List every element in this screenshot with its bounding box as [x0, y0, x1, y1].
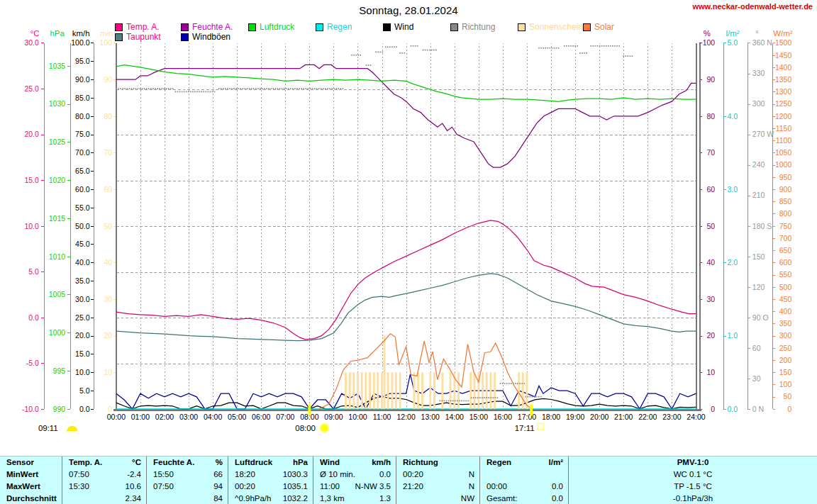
svg-text:15.0: 15.0: [24, 176, 39, 184]
temp-a-swatch-icon: [115, 23, 123, 31]
table-column-richtung: Richtung00:20N21:20NNW: [396, 457, 479, 504]
svg-text:900: 900: [779, 185, 792, 194]
svg-text:15:00: 15:00: [469, 413, 488, 421]
svg-text:1005: 1005: [49, 290, 66, 298]
regen-swatch-icon: [316, 23, 323, 31]
table-row-label: Durchschnitt: [0, 493, 57, 504]
table-header-unit: [474, 457, 479, 469]
half-sun-icon: [67, 426, 77, 432]
svg-text:180 S: 180 S: [752, 222, 772, 230]
svg-text:1000: 1000: [775, 160, 792, 169]
svg-text:75.0: 75.0: [75, 130, 90, 138]
table-value-time: 00:20: [396, 469, 423, 481]
table-value: [563, 469, 568, 481]
table-value-time: 00:00: [480, 481, 507, 493]
svg-text:20: 20: [104, 331, 112, 340]
svg-text:20.0: 20.0: [75, 331, 90, 340]
svg-text:10: 10: [104, 368, 112, 376]
legend-label: Temp. A.: [126, 22, 160, 32]
svg-text:50: 50: [104, 222, 112, 230]
svg-text:06:00: 06:00: [252, 413, 270, 421]
svg-text:80: 80: [104, 112, 112, 121]
table-header-pmv-1-0: PMV-1:0: [677, 457, 709, 469]
axis-humidity: %1009080706050403020100: [699, 29, 715, 413]
gridlines: [116, 43, 696, 409]
svg-text:07:00: 07:00: [276, 413, 294, 421]
svg-text:70: 70: [707, 148, 716, 157]
legend-item-solar: Solar: [583, 22, 614, 32]
svg-text:1250: 1250: [775, 99, 792, 108]
svg-text:80: 80: [707, 112, 716, 121]
svg-text:22:00: 22:00: [638, 413, 657, 421]
svg-text:85.0: 85.0: [75, 94, 90, 102]
svg-text:65.0: 65.0: [75, 167, 90, 175]
table-column-luftdruck: LuftdruckhPa18:201030.300:201035.1^0.9hP…: [228, 457, 313, 504]
weather-chart: °C30.025.020.015.010.05.00.0-5.0-10.0hPa…: [0, 20, 817, 454]
axis-rain: l/m²5.04.03.02.01.00.0: [723, 29, 740, 413]
table-header-feuchte-a: Feuchte A.: [147, 457, 194, 469]
svg-text:40: 40: [707, 258, 716, 267]
table-value-time: 15:30: [62, 481, 89, 493]
axis-solar: W/m²150014501400135013001250120011501100…: [773, 29, 793, 413]
svg-text:600: 600: [779, 258, 792, 267]
table-header-richtung: Richtung: [396, 457, 438, 469]
table-column-feuchte-a: Feuchte A.%15:506607:509484: [146, 457, 228, 504]
svg-text:11:00: 11:00: [373, 413, 391, 421]
svg-text:5.0: 5.0: [28, 267, 39, 276]
svg-text:-5.0: -5.0: [26, 359, 39, 367]
svg-text:1350: 1350: [775, 75, 792, 84]
svg-text:1100: 1100: [776, 136, 792, 145]
day-length-label: 09:11: [38, 424, 58, 432]
svg-text:3.0: 3.0: [727, 185, 738, 194]
sunset-time-label: 17:11: [515, 424, 535, 432]
svg-text:800: 800: [779, 209, 792, 218]
table-value-time: ^0.9hPa/h: [228, 493, 271, 504]
svg-text:250: 250: [779, 344, 792, 352]
sun-icon: [320, 423, 328, 432]
svg-text:0: 0: [711, 405, 715, 413]
svg-text:1400: 1400: [775, 63, 792, 72]
legend-item-windb-en: Windböen: [181, 32, 230, 42]
table-row-label: MaxWert: [0, 481, 40, 493]
table-header-unit: hPa: [293, 457, 313, 469]
table-value: 0.0: [552, 481, 568, 493]
svg-text:80.0: 80.0: [75, 112, 90, 121]
svg-text:100: 100: [779, 380, 792, 388]
table-value-time: 07:50: [147, 481, 174, 493]
table-header-unit: %: [216, 457, 228, 469]
svg-text:02:00: 02:00: [155, 413, 174, 421]
table-value-time: 11:00: [313, 481, 340, 493]
svg-text:1000: 1000: [49, 328, 66, 337]
legend-label: Feuchte A.: [192, 22, 233, 32]
svg-text:50: 50: [707, 222, 716, 230]
svg-text:0.0: 0.0: [28, 313, 39, 322]
svg-text:70.0: 70.0: [75, 148, 90, 157]
table-value: N: [469, 469, 479, 481]
svg-text:1015: 1015: [49, 214, 66, 223]
table-column-wind: Windkm/hØ 10 min.0.011:00N-NW 3.51,3 km1…: [313, 457, 396, 504]
weather-page: Sonntag, 28.01.2024 www.neckar-odenwald-…: [0, 0, 817, 504]
svg-text:25.0: 25.0: [24, 84, 39, 93]
legend-item-taupunkt: Taupunkt: [115, 32, 161, 42]
table-value: 84: [213, 493, 228, 504]
svg-text:12:00: 12:00: [397, 413, 416, 421]
svg-text:650: 650: [779, 246, 792, 254]
svg-text:0.0: 0.0: [79, 405, 90, 413]
table-header-sensor: Sensor: [0, 457, 34, 469]
svg-text:18:00: 18:00: [542, 413, 560, 421]
svg-text:1050: 1050: [775, 148, 792, 157]
svg-text:300: 300: [752, 99, 765, 108]
svg-text:1025: 1025: [49, 138, 66, 146]
svg-text:20:00: 20:00: [590, 413, 608, 421]
axis-temp: °C30.025.020.015.010.05.00.0-5.0-10.0: [22, 29, 44, 413]
table-value: 66: [213, 469, 228, 481]
svg-text:17:00: 17:00: [518, 413, 536, 421]
svg-text:200: 200: [779, 356, 792, 364]
sunset-tick: [530, 404, 533, 415]
svg-text:120: 120: [752, 283, 765, 291]
table-value-time: 18:20: [228, 469, 255, 481]
table-header-temp-a: Temp. A.: [62, 457, 102, 469]
svg-text:0.0: 0.0: [727, 405, 738, 413]
table-value: 94: [213, 481, 228, 493]
svg-text:240: 240: [752, 160, 765, 169]
